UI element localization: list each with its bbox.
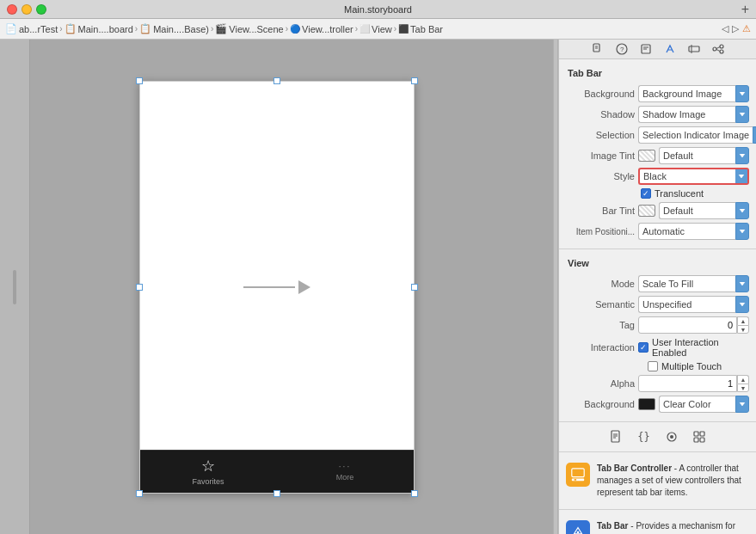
style-dropdown-btn[interactable]: [735, 168, 749, 185]
connections-inspector-btn[interactable]: [709, 40, 728, 58]
circle-icon-btn[interactable]: [662, 427, 681, 446]
inspector-toolbar: ?: [559, 40, 756, 59]
semantic-dropdown[interactable]: Unspecified: [638, 296, 735, 313]
attributes-inspector-btn[interactable]: [661, 40, 679, 58]
selection-value: Selection Indicator Image: [642, 130, 749, 140]
resize-handle-br[interactable]: [411, 490, 418, 497]
style-dropdown[interactable]: Black: [638, 168, 735, 185]
mode-value: Scale To Fill: [642, 279, 693, 289]
multiple-touch-row: Multiple Touch: [559, 359, 756, 373]
style-label: Style: [566, 171, 635, 181]
breadcrumb-label-5: View...troller: [302, 24, 353, 34]
breadcrumb-item-1[interactable]: 📄 ab...rTest: [5, 23, 58, 34]
view-background-dropdown-btn[interactable]: [735, 396, 749, 413]
view-background-value: Clear Color: [663, 399, 711, 409]
alpha-stepper: ▲ ▼: [737, 375, 749, 392]
file-inspector-btn[interactable]: [588, 40, 607, 58]
breadcrumb-sep-6: ›: [394, 24, 396, 34]
alpha-stepper-up[interactable]: ▲: [737, 375, 749, 384]
breadcrumb-item-3[interactable]: 📋 Main....Base): [139, 23, 209, 34]
view-background-swatch[interactable]: [638, 398, 655, 410]
info-section: Tab Bar Controller - A controller that m…: [559, 452, 756, 510]
semantic-dropdown-btn[interactable]: [735, 296, 749, 313]
tag-stepper-down[interactable]: ▼: [737, 325, 749, 334]
close-button[interactable]: [7, 4, 17, 15]
bar-tint-dropdown-btn[interactable]: [735, 202, 749, 219]
breadcrumb-sep-3: ›: [211, 24, 213, 34]
image-tint-dropdown-btn[interactable]: [735, 147, 749, 164]
resize-handle-bm[interactable]: [274, 490, 280, 497]
maximize-button[interactable]: [36, 4, 46, 15]
breadcrumb-item-6[interactable]: ⬜ View: [360, 24, 392, 34]
size-inspector-btn[interactable]: [685, 40, 704, 58]
forward-nav-icon[interactable]: ▷: [732, 23, 739, 34]
view-background-dropdown[interactable]: Clear Color: [659, 396, 735, 413]
more-label: More: [336, 473, 354, 482]
item-position-dropdown-btn[interactable]: [735, 223, 749, 240]
bar-tint-dropdown[interactable]: Default: [659, 202, 735, 219]
view-background-select[interactable]: Clear Color: [659, 396, 749, 413]
alpha-stepper-down[interactable]: ▼: [737, 384, 749, 392]
breadcrumb-item-7[interactable]: ⬛ Tab Bar: [398, 24, 443, 34]
shadow-dropdown[interactable]: Shadow Image: [638, 106, 735, 123]
resize-handle-tr[interactable]: [411, 77, 418, 84]
code-brackets-icon: {}: [637, 431, 649, 443]
warning-icon[interactable]: ⚠: [742, 23, 751, 34]
breadcrumb-item-4[interactable]: 🎬 View...Scene: [215, 23, 283, 34]
item-position-select[interactable]: Automatic: [638, 223, 749, 240]
tab-bar-item-more: ··· More: [277, 462, 414, 482]
mode-select[interactable]: Scale To Fill: [638, 275, 749, 292]
resize-handle-tl[interactable]: [136, 77, 143, 84]
help-btn[interactable]: ?: [612, 40, 631, 58]
breadcrumb-label-1: ab...rTest: [19, 24, 58, 34]
bar-tint-swatch[interactable]: [638, 205, 655, 217]
image-tint-swatch[interactable]: [638, 150, 655, 162]
semantic-select[interactable]: Unspecified: [638, 296, 749, 313]
breadcrumb-item-5[interactable]: 🔵 View...troller: [290, 24, 353, 34]
user-interaction-checkbox[interactable]: [638, 342, 648, 353]
identity-inspector-btn[interactable]: [636, 40, 655, 58]
selection-dropdown[interactable]: Selection Indicator Image: [638, 126, 753, 144]
more-dots-icon: ···: [339, 462, 351, 471]
background-dropdown[interactable]: Background Image: [638, 85, 735, 102]
shadow-select[interactable]: Shadow Image: [638, 106, 749, 123]
left-panel-handle: [13, 270, 16, 304]
tab-bar-section-header: Tab Bar: [559, 66, 756, 83]
tag-input[interactable]: 0: [638, 316, 737, 334]
favorites-label: Favorites: [192, 477, 224, 486]
code-icon-btn[interactable]: {}: [635, 427, 654, 446]
canvas-area[interactable]: ☆ Favorites ··· More: [0, 40, 553, 534]
mode-label: Mode: [566, 279, 635, 289]
tag-stepper-up[interactable]: ▲: [737, 316, 749, 325]
svg-point-13: [720, 50, 723, 53]
multiple-touch-checkbox[interactable]: [648, 361, 658, 371]
resize-handle-lm[interactable]: [136, 284, 143, 291]
mode-dropdown-btn[interactable]: [735, 275, 749, 292]
background-dropdown-btn[interactable]: [735, 85, 749, 102]
mode-dropdown[interactable]: Scale To Fill: [638, 275, 735, 292]
alpha-input[interactable]: 1: [638, 375, 737, 392]
selection-dropdown-btn[interactable]: [753, 126, 756, 144]
translucent-checkbox[interactable]: [641, 188, 651, 199]
background-row: Background Background Image: [559, 83, 756, 104]
image-tint-dropdown[interactable]: Default: [659, 147, 735, 164]
main-area: ☆ Favorites ··· More: [0, 40, 756, 534]
style-select[interactable]: Black: [638, 168, 749, 185]
file-icon-btn[interactable]: [607, 427, 626, 446]
tabbar-icon: ⬛: [398, 24, 409, 34]
resize-handle-rm[interactable]: [411, 284, 418, 291]
selection-select[interactable]: Selection Indicator Image: [638, 126, 756, 144]
item-position-dropdown[interactable]: Automatic: [638, 223, 735, 240]
back-nav-icon[interactable]: ◁: [722, 23, 728, 34]
shadow-dropdown-btn[interactable]: [735, 106, 749, 123]
bar-tint-select[interactable]: Default: [659, 202, 749, 219]
grid-icon-btn[interactable]: [690, 427, 709, 446]
add-tab-button[interactable]: +: [741, 3, 749, 16]
item-position-row: Item Positioni... Automatic: [559, 221, 756, 242]
resize-handle-bl[interactable]: [136, 490, 143, 497]
minimize-button[interactable]: [22, 4, 32, 15]
image-tint-select[interactable]: Default: [659, 147, 749, 164]
background-select[interactable]: Background Image: [638, 85, 749, 102]
breadcrumb-item-2[interactable]: 📋 Main....board: [65, 23, 133, 34]
resize-handle-tm[interactable]: [274, 77, 280, 84]
